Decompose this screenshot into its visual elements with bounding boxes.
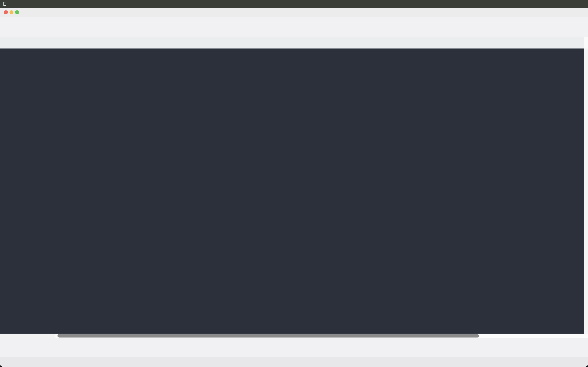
macos-menu-bar:  [0,0,588,8]
timeline-ruler[interactable] [0,37,588,49]
audacity-window [0,8,588,367]
scrollbar-corner [584,37,588,49]
main-toolbar [0,17,588,38]
vertical-scrollbar[interactable] [584,49,588,334]
close-window-button[interactable] [4,10,8,14]
track-area [0,49,588,334]
zoom-window-button[interactable] [15,10,19,14]
window-titlebar[interactable] [0,8,588,17]
horizontal-scrollbar[interactable] [55,334,588,338]
horizontal-scrollbar-thumb[interactable] [57,334,479,337]
bottom-toolbar [0,338,588,357]
minimize-window-button[interactable] [9,10,13,14]
apple-menu[interactable]:  [0,0,10,8]
status-bar [0,357,588,367]
